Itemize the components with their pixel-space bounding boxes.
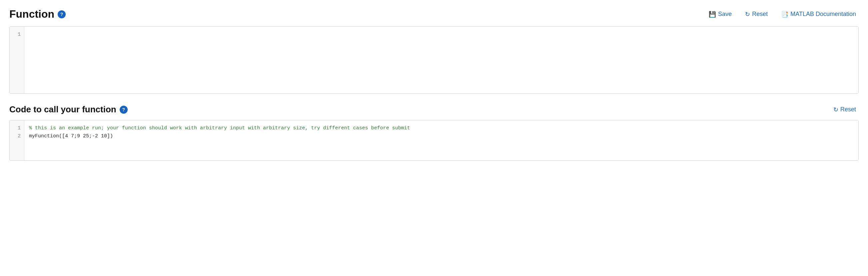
call-section-title: Code to call your function — [9, 104, 116, 115]
page-header: Function ? 💾 Save ↻ Reset 📑 MATLAB Docum… — [9, 8, 859, 20]
reset-button[interactable]: ↻ Reset — [742, 9, 770, 19]
matlab-docs-button[interactable]: 📑 MATLAB Documentation — [778, 9, 859, 19]
call-reset-icon: ↻ — [833, 106, 838, 113]
call-line-number-2: 2 — [13, 132, 21, 140]
call-code-editor: 1 2 % this is an example run; your funct… — [9, 120, 859, 161]
call-code-display: % this is an example run; your function … — [24, 120, 858, 160]
save-button[interactable]: 💾 Save — [706, 9, 734, 19]
toolbar: 💾 Save ↻ Reset 📑 MATLAB Documentation — [706, 9, 859, 19]
call-title-area: Code to call your function ? — [9, 104, 128, 115]
function-editor-inner: 1 — [10, 27, 858, 93]
call-section-help-icon[interactable]: ? — [120, 106, 128, 114]
call-code-line-2: myFunction([4 7;9 25;-2 10]) — [29, 132, 854, 140]
reset-icon: ↻ — [745, 11, 750, 18]
page-title: Function — [9, 8, 54, 20]
call-section-header: Code to call your function ? ↻ Reset — [9, 104, 859, 115]
function-editor: 1 — [9, 26, 859, 94]
save-label: Save — [718, 11, 732, 18]
call-line-numbers: 1 2 — [10, 120, 24, 160]
title-area: Function ? — [9, 8, 66, 20]
call-reset-button[interactable]: ↻ Reset — [831, 105, 859, 115]
docs-icon: 📑 — [781, 11, 788, 18]
function-line-numbers: 1 — [10, 27, 24, 93]
reset-label: Reset — [752, 11, 768, 18]
call-line-number-1: 1 — [13, 124, 21, 132]
call-code-editor-inner: 1 2 % this is an example run; your funct… — [10, 120, 858, 160]
function-help-icon[interactable]: ? — [58, 10, 66, 18]
line-number-1: 1 — [13, 31, 21, 39]
function-code-input[interactable] — [24, 27, 858, 93]
call-reset-label: Reset — [840, 106, 856, 113]
matlab-docs-label: MATLAB Documentation — [790, 11, 856, 18]
save-icon: 💾 — [709, 11, 716, 18]
call-code-line-1: % this is an example run; your function … — [29, 124, 854, 132]
